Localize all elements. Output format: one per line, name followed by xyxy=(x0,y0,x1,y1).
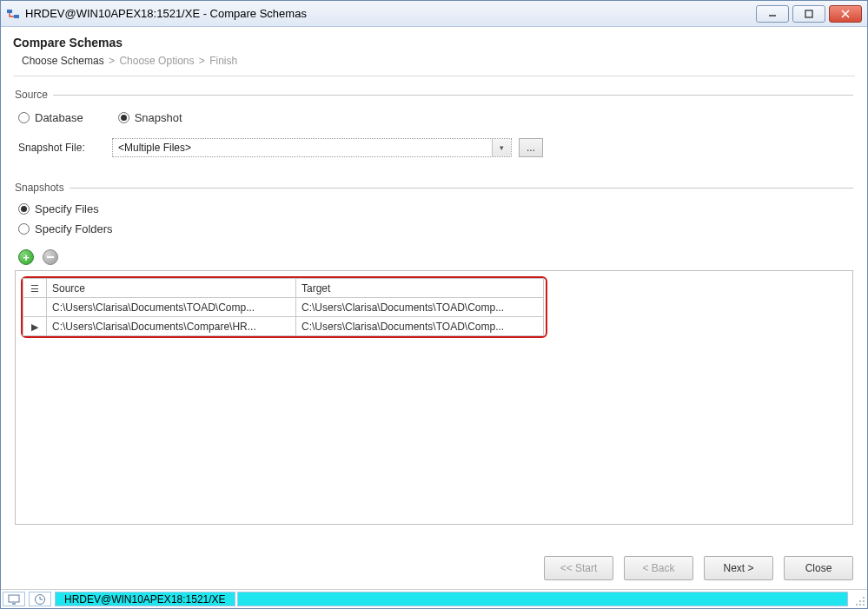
source-legend: Source xyxy=(15,89,853,101)
highlight-annotation: ☰ Source Target C:\Users\Clarisa\Documen… xyxy=(21,276,547,338)
breadcrumb: Choose Schemas > Choose Options > Finish xyxy=(13,55,855,76)
status-connection-text: HRDEV@WIN10APEX18:1521/XE xyxy=(64,593,226,606)
next-button[interactable]: Next > xyxy=(704,556,773,580)
list-icon: ☰ xyxy=(29,283,41,295)
row-indicator xyxy=(23,298,47,317)
grid-corner-cell: ☰ xyxy=(23,279,47,298)
breadcrumb-sep-icon: > xyxy=(199,55,205,67)
status-pane-2[interactable] xyxy=(29,592,51,606)
clock-icon xyxy=(34,593,46,606)
close-button-label: Close xyxy=(805,562,832,574)
status-connection[interactable]: HRDEV@WIN10APEX18:1521/XE xyxy=(55,592,235,606)
wizard-button-bar: << Start < Back Next > Close xyxy=(1,547,867,589)
status-pane-1[interactable] xyxy=(3,592,25,606)
radio-icon xyxy=(18,223,30,235)
grid-header-row: ☰ Source Target xyxy=(23,279,544,298)
window-title: HRDEV@WIN10APEX18:1521/XE - Compare Sche… xyxy=(25,7,752,20)
snapshots-fieldset: Snapshots Specify Files Specify Folders … xyxy=(15,182,853,525)
snapshots-legend: Snapshots xyxy=(15,182,853,194)
snapshot-file-label: Snapshot File: xyxy=(18,142,105,154)
grid-toolbar: + xyxy=(15,244,853,270)
cell-source[interactable]: C:\Users\Clarisa\Documents\Compare\HR... xyxy=(47,317,296,336)
minimize-icon xyxy=(768,10,777,18)
cell-target[interactable]: C:\Users\Clarisa\Documents\TOAD\Comp... xyxy=(295,317,543,336)
remove-row-button[interactable] xyxy=(43,249,58,265)
app-icon xyxy=(6,7,20,21)
radio-icon xyxy=(118,112,129,123)
browse-button[interactable]: ... xyxy=(519,138,543,157)
radio-specify-files[interactable]: Specify Files xyxy=(18,202,853,215)
page-header: Compare Schemas Choose Schemas > Choose … xyxy=(1,27,867,80)
svg-point-15 xyxy=(859,604,861,606)
snapshot-file-row: Snapshot File: <Multiple Files> ▾ ... xyxy=(15,136,853,166)
cell-target[interactable]: C:\Users\Clarisa\Documents\TOAD\Comp... xyxy=(295,298,543,317)
cell-source[interactable]: C:\Users\Clarisa\Documents\TOAD\Comp... xyxy=(47,298,296,317)
radio-specify-files-label: Specify Files xyxy=(35,202,99,215)
monitor-icon xyxy=(8,594,20,605)
row-indicator-current: ▶ xyxy=(23,317,47,336)
chevron-down-icon[interactable]: ▾ xyxy=(492,139,511,156)
resize-grip-icon xyxy=(855,596,865,606)
back-button[interactable]: < Back xyxy=(624,556,693,580)
ellipsis-icon: ... xyxy=(527,142,535,154)
next-button-label: Next > xyxy=(723,562,753,574)
svg-rect-0 xyxy=(7,10,12,13)
start-button-label: << Start xyxy=(560,562,598,574)
breadcrumb-step-3: Finish xyxy=(209,55,237,67)
minus-icon xyxy=(47,256,54,258)
back-button-label: < Back xyxy=(642,562,674,574)
svg-rect-3 xyxy=(805,10,812,17)
svg-point-11 xyxy=(863,597,865,599)
maximize-icon xyxy=(805,10,813,18)
radio-database[interactable]: Database xyxy=(18,111,83,124)
close-wizard-button[interactable]: Close xyxy=(784,556,853,580)
snapshot-file-value: <Multiple Files> xyxy=(113,142,492,154)
radio-icon xyxy=(18,112,30,123)
title-bar: HRDEV@WIN10APEX18:1521/XE - Compare Sche… xyxy=(1,1,867,27)
source-radio-row: Database Snapshot xyxy=(15,106,853,136)
radio-specify-folders[interactable]: Specify Folders xyxy=(18,222,853,235)
page-title: Compare Schemas xyxy=(13,36,855,50)
content-area: Compare Schemas Choose Schemas > Choose … xyxy=(1,27,867,608)
close-icon xyxy=(841,10,850,18)
snapshot-file-combo[interactable]: <Multiple Files> ▾ xyxy=(112,138,512,157)
current-row-arrow-icon: ▶ xyxy=(29,321,41,333)
start-button[interactable]: << Start xyxy=(544,556,613,580)
svg-point-14 xyxy=(856,604,858,606)
maximize-button[interactable] xyxy=(792,5,825,23)
grid-col-source[interactable]: Source xyxy=(47,279,296,298)
snapshot-grid-frame: ☰ Source Target C:\Users\Clarisa\Documen… xyxy=(15,270,853,525)
source-fieldset: Source Database Snapshot Snapshot File: … xyxy=(15,89,853,166)
app-window: HRDEV@WIN10APEX18:1521/XE - Compare Sche… xyxy=(0,0,868,609)
grid-col-target[interactable]: Target xyxy=(295,279,543,298)
status-fill xyxy=(237,592,848,606)
plus-icon: + xyxy=(23,251,30,264)
table-row[interactable]: ▶ C:\Users\Clarisa\Documents\Compare\HR.… xyxy=(23,317,544,336)
radio-snapshot[interactable]: Snapshot xyxy=(118,111,182,124)
svg-point-16 xyxy=(863,604,865,606)
add-row-button[interactable]: + xyxy=(18,249,34,265)
radio-snapshot-label: Snapshot xyxy=(135,111,182,124)
window-buttons xyxy=(752,5,862,23)
breadcrumb-step-2: Choose Options xyxy=(119,55,194,67)
minimize-button[interactable] xyxy=(756,5,789,23)
svg-point-13 xyxy=(863,600,865,602)
close-button[interactable] xyxy=(829,5,862,23)
radio-icon xyxy=(18,203,30,215)
resize-grip[interactable] xyxy=(851,592,865,606)
breadcrumb-sep-icon: > xyxy=(109,55,115,67)
svg-rect-6 xyxy=(9,595,19,602)
table-row[interactable]: C:\Users\Clarisa\Documents\TOAD\Comp... … xyxy=(23,298,544,317)
radio-specify-folders-label: Specify Folders xyxy=(35,222,113,235)
radio-database-label: Database xyxy=(35,111,83,124)
status-bar: HRDEV@WIN10APEX18:1521/XE xyxy=(1,589,867,608)
svg-point-12 xyxy=(859,600,861,602)
snapshot-grid[interactable]: ☰ Source Target C:\Users\Clarisa\Documen… xyxy=(23,278,544,336)
breadcrumb-step-1[interactable]: Choose Schemas xyxy=(22,55,104,67)
snapshots-radio-stack: Specify Files Specify Folders xyxy=(15,199,853,244)
body-area: Source Database Snapshot Snapshot File: … xyxy=(1,80,867,547)
svg-rect-1 xyxy=(14,15,19,18)
